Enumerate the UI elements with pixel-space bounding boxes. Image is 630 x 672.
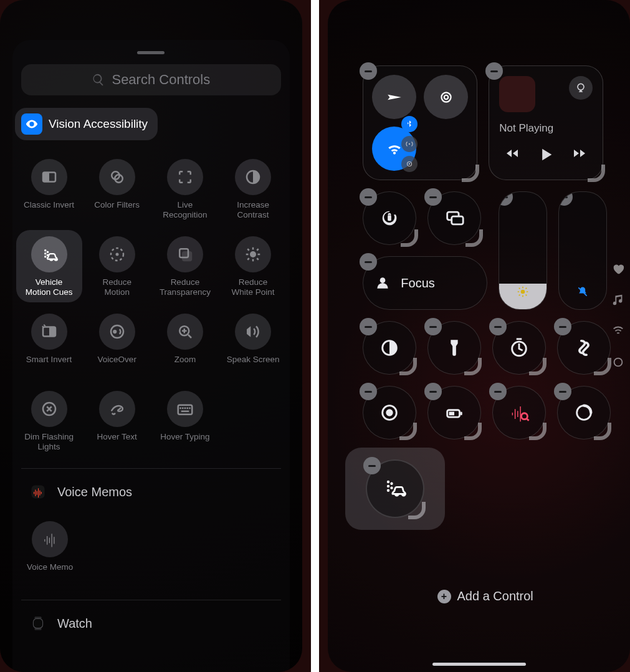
tile-label: Increase Contrast [237, 200, 269, 220]
image-divider [311, 0, 320, 672]
tile-reduce-transparency[interactable]: Reduce Transparency [151, 230, 219, 302]
resize-handle[interactable] [594, 423, 611, 440]
dark-mode-button[interactable] [363, 321, 416, 375]
rewind-button[interactable] [505, 146, 520, 166]
sound-recognition-button[interactable] [492, 386, 546, 439]
brightness-slider[interactable] [499, 191, 547, 310]
remove-button[interactable] [489, 383, 507, 400]
resize-handle[interactable] [401, 229, 418, 247]
airdrop-toggle[interactable] [424, 75, 468, 119]
airplane-mode-toggle[interactable] [372, 75, 416, 119]
selected-tile-vehicle-motion-cues[interactable] [345, 448, 445, 530]
tile-hover-typing[interactable]: Hover Typing [151, 385, 219, 457]
svg-rect-12 [452, 216, 463, 224]
airplay-button[interactable] [569, 76, 593, 100]
section-chip[interactable]: Vision Accessibility [15, 108, 158, 140]
tile-label: VoiceOver [98, 355, 136, 375]
remove-button[interactable] [554, 318, 571, 335]
voice-memos-app-icon [27, 481, 49, 502]
remove-button[interactable] [558, 191, 573, 206]
tile-reduce-motion[interactable]: Reduce Motion [83, 230, 151, 302]
music-icon[interactable] [611, 293, 625, 307]
resize-handle[interactable] [399, 358, 417, 375]
resize-handle[interactable] [594, 358, 611, 375]
svg-point-18 [386, 409, 393, 416]
add-control-button[interactable]: + Add a Control [363, 589, 608, 603]
bluetooth-toggle[interactable] [401, 116, 418, 132]
heart-icon[interactable] [611, 262, 625, 276]
remove-button[interactable] [499, 191, 513, 206]
tile-reduce-white-point[interactable]: Reduce White Point [219, 230, 287, 302]
tile-color-filters[interactable]: Color Filters [83, 153, 151, 225]
resize-handle[interactable] [408, 502, 426, 519]
control-center-edit: Not Playing [363, 65, 608, 647]
waveform-icon [32, 521, 68, 557]
tile-label: Classic Invert [24, 200, 74, 220]
tile-smart-invert[interactable]: Smart Invert [15, 307, 83, 380]
remove-button[interactable] [360, 253, 377, 271]
tile-hover-text[interactable]: Hover Text [83, 385, 151, 457]
remove-button[interactable] [554, 383, 571, 400]
tile-live-recognition[interactable]: Live Recognition [151, 153, 219, 225]
resize-handle[interactable] [464, 423, 482, 440]
now-playing-platter[interactable]: Not Playing [489, 65, 603, 180]
resize-handle[interactable] [588, 165, 605, 182]
flashlight-button[interactable] [427, 321, 481, 375]
svg-point-24 [387, 481, 389, 483]
hotspot-toggle[interactable] [401, 156, 418, 172]
resize-handle[interactable] [465, 229, 483, 247]
resize-handle[interactable] [464, 358, 482, 375]
wifi-toggle[interactable] [372, 127, 416, 171]
dot-icon[interactable] [611, 355, 625, 369]
remove-button[interactable] [424, 383, 442, 400]
remove-button[interactable] [424, 188, 442, 206]
connectivity-platter[interactable] [363, 65, 477, 180]
tile-speak-screen[interactable]: Speak Screen [219, 307, 287, 380]
remove-button[interactable] [424, 318, 442, 335]
home-indicator[interactable] [432, 663, 526, 666]
vehicle-motion-cues-button[interactable] [366, 459, 424, 518]
connectivity-icon[interactable] [611, 324, 625, 338]
sheet-grabber[interactable] [137, 51, 165, 54]
remove-button[interactable] [363, 457, 381, 474]
album-art-placeholder [499, 76, 535, 112]
remove-button[interactable] [489, 318, 507, 335]
tile-zoom[interactable]: Zoom [151, 307, 219, 380]
tile-increase-contrast[interactable]: Increase Contrast [219, 153, 287, 225]
volume-slider[interactable] [558, 191, 607, 310]
search-placeholder: Search Controls [112, 72, 210, 88]
search-input[interactable]: Search Controls [21, 64, 281, 95]
orientation-lock-button[interactable] [363, 191, 416, 245]
tile-vehicle-motion-cues[interactable]: Vehicle Motion Cues [15, 230, 83, 302]
low-power-mode-button[interactable] [427, 386, 481, 439]
resize-handle[interactable] [529, 358, 546, 375]
remove-button[interactable] [360, 62, 377, 80]
resize-handle[interactable] [462, 165, 479, 182]
sun-icon [517, 286, 529, 300]
forward-button[interactable] [572, 146, 587, 166]
shazam-button[interactable] [557, 321, 611, 375]
tile-label: Speak Screen [227, 355, 280, 375]
page-rail [611, 262, 625, 369]
screen-record-button[interactable] [363, 386, 416, 439]
tile-dim-flashing-lights[interactable]: Dim Flashing Lights [15, 385, 83, 457]
section-title: Vision Accessibility [49, 117, 148, 131]
tile-voice-memo[interactable]: Voice Memo [16, 515, 84, 587]
play-button[interactable] [537, 146, 555, 166]
cellular-toggle[interactable] [401, 136, 418, 152]
svg-point-13 [380, 277, 386, 283]
remove-button[interactable] [360, 383, 377, 400]
focus-button[interactable]: Focus [363, 256, 487, 310]
svg-point-5 [441, 92, 451, 102]
stopwatch-button[interactable] [557, 386, 611, 439]
remove-button[interactable] [360, 318, 377, 335]
tile-icon [31, 159, 67, 195]
resize-handle[interactable] [529, 423, 546, 440]
section-header-watch: Watch [12, 609, 290, 638]
screen-mirroring-button[interactable] [427, 191, 481, 245]
tile-classic-invert[interactable]: Classic Invert [15, 153, 83, 225]
timer-button[interactable] [492, 321, 546, 375]
remove-button[interactable] [360, 188, 377, 206]
resize-handle[interactable] [399, 423, 417, 440]
tile-voiceover[interactable]: VoiceOver [83, 307, 151, 380]
